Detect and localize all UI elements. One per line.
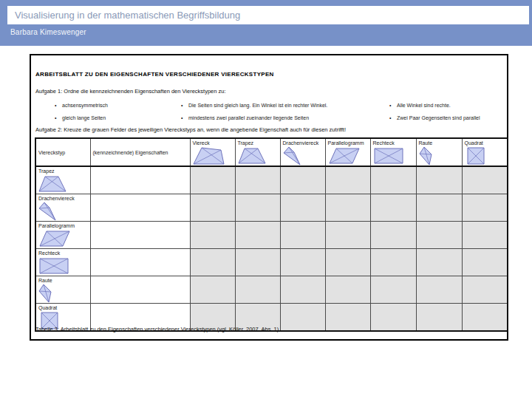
task1-bullet-column-3: •Alle Winkel sind rechte.•Zwei Paar Gege…	[388, 99, 480, 124]
task1-bullet-item: •Alle Winkel sind rechte.	[388, 99, 480, 112]
raute-shape-icon	[419, 146, 451, 166]
check-cell-rechteck-parallelogramm	[325, 249, 370, 276]
check-cell-raute-quadrat	[462, 276, 508, 304]
properties-table: Viereckstyp (kennzeichnende) Eigenschaft…	[35, 137, 508, 332]
bullet-text: gleich lange Seiten	[62, 115, 106, 120]
check-cell-rechteck-trapez	[235, 249, 280, 276]
check-cell-rechteck-viereck	[190, 249, 235, 276]
trapez-shape-icon	[238, 146, 270, 166]
check-cell-drachenviereck-quadrat	[462, 194, 508, 222]
viereck-shape-icon	[193, 146, 225, 166]
check-cell-trapez-raute	[416, 166, 462, 194]
bullet-text: Die Seiten sind gleich lang. Ein Winkel …	[188, 103, 327, 108]
column-header-label: Rechteck	[373, 140, 395, 146]
row-type-label: Drachenviereck	[38, 196, 75, 201]
check-cell-parallelogramm-raute	[416, 222, 462, 249]
bullet-text: achsensymmetrisch	[62, 103, 108, 108]
parallelogramm-shape-icon	[38, 229, 71, 248]
row-type-cell: Raute	[35, 276, 90, 304]
check-cell-trapez-parallelogramm	[325, 166, 370, 194]
row-type-cell: Rechteck	[35, 249, 90, 276]
row-property-cell	[90, 194, 190, 222]
row-type-label: Raute	[38, 278, 52, 283]
page-title: Visualisierung in der mathematischen Beg…	[7, 6, 529, 24]
row-type-cell: Drachenviereck	[35, 194, 90, 222]
bullet-icon: •	[180, 103, 188, 108]
row-type-cell: Trapez	[35, 166, 90, 194]
check-cell-trapez-rechteck	[370, 166, 416, 194]
bullet-icon: •	[53, 103, 62, 108]
check-cell-trapez-drachenviereck	[280, 166, 325, 194]
column-header-rechteck: Rechteck	[370, 138, 416, 166]
check-cell-rechteck-drachenviereck	[280, 249, 325, 276]
task1-bullet-column-2: •Die Seiten sind gleich lang. Ein Winkel…	[180, 99, 327, 124]
column-header-quadrat: Quadrat	[462, 138, 508, 166]
task1-bullet-item: •gleich lange Seiten	[53, 112, 108, 124]
parallelogramm-shape-icon	[328, 146, 361, 166]
bullet-icon: •	[388, 115, 397, 120]
row-type-label: Parallelogramm	[38, 223, 75, 228]
check-cell-parallelogramm-rechteck	[370, 222, 416, 249]
quadrat-shape-icon	[465, 146, 497, 166]
table-row-parallelogramm: Parallelogramm	[35, 222, 508, 249]
check-cell-quadrat-rechteck	[370, 304, 416, 332]
check-cell-quadrat-parallelogramm	[325, 304, 370, 332]
table-caption: Tabelle 3: Arbeitsblatt zu den Eigenscha…	[35, 326, 279, 332]
check-cell-rechteck-raute	[416, 249, 462, 276]
task1-bullet-column-1: •achsensymmetrisch•gleich lange Seiten	[53, 99, 108, 124]
check-cell-trapez-quadrat	[462, 166, 508, 194]
check-cell-drachenviereck-parallelogramm	[325, 194, 370, 222]
column-header-parallelogramm: Parallelogramm	[325, 138, 370, 166]
check-cell-raute-rechteck	[370, 276, 416, 304]
column-header-label: Drachenviereck	[283, 140, 319, 146]
column-header-label: Quadrat	[465, 140, 483, 146]
check-cell-parallelogramm-viereck	[190, 222, 235, 249]
bullet-icon: •	[180, 115, 188, 120]
drachenviereck-shape-icon	[38, 202, 71, 221]
author-name: Barbara Kimeswenger	[10, 28, 86, 36]
check-cell-raute-parallelogramm	[325, 276, 370, 304]
check-cell-quadrat-drachenviereck	[280, 304, 325, 332]
check-cell-trapez-viereck	[190, 166, 235, 194]
row-property-cell	[90, 249, 190, 276]
row-property-cell	[90, 276, 190, 304]
column-header-label: Parallelogramm	[328, 140, 364, 146]
column-header-raute: Raute	[416, 138, 462, 166]
check-cell-raute-raute	[416, 276, 462, 304]
slide: { "page": { "title": "Visualisierung in …	[0, 0, 532, 399]
check-cell-drachenviereck-viereck	[190, 194, 235, 222]
bullet-icon: •	[53, 115, 62, 120]
rechteck-shape-icon	[373, 146, 406, 166]
worksheet-box: ARBEITSBLATT ZU DEN EIGENSCHAFTEN VERSCH…	[30, 54, 508, 341]
check-cell-raute-viereck	[190, 276, 235, 304]
drachenviereck-shape-icon	[283, 146, 316, 166]
slide-title-bar: Visualisierung in der mathematischen Beg…	[7, 6, 529, 24]
row-property-cell	[90, 222, 190, 249]
table-header-row: Viereckstyp (kennzeichnende) Eigenschaft…	[35, 138, 508, 166]
task1-bullet-item: •mindestens zwei parallel zueinander lie…	[180, 112, 327, 124]
table-row-drachenviereck: Drachenviereck	[35, 194, 508, 222]
check-cell-drachenviereck-drachenviereck	[280, 194, 325, 222]
bullet-icon: •	[388, 103, 397, 108]
check-cell-parallelogramm-parallelogramm	[325, 222, 370, 249]
row-type-label: Rechteck	[38, 250, 60, 256]
check-cell-drachenviereck-rechteck	[370, 194, 416, 222]
worksheet-title: ARBEITSBLATT ZU DEN EIGENSCHAFTEN VERSCH…	[35, 71, 274, 78]
task1-bullet-item: •Die Seiten sind gleich lang. Ein Winkel…	[180, 99, 327, 112]
column-header-label: Raute	[419, 140, 433, 146]
task1-bullet-item: •Zwei Paar Gegenseiten sind parallel	[388, 112, 480, 124]
bullet-text: mindestens zwei parallel zueinander lieg…	[188, 115, 309, 120]
column-header-label: Viereck	[193, 140, 210, 146]
check-cell-quadrat-raute	[416, 304, 462, 332]
column-header-viereckstyp: Viereckstyp	[35, 138, 90, 166]
column-header-drachenviereck: Drachenviereck	[280, 138, 325, 166]
column-header-trapez: Trapez	[235, 138, 280, 166]
column-header-viereck: Viereck	[190, 138, 235, 166]
check-cell-raute-drachenviereck	[280, 276, 325, 304]
task1-bullet-item: •achsensymmetrisch	[53, 99, 108, 112]
row-type-label: Trapez	[38, 168, 55, 174]
check-cell-parallelogramm-drachenviereck	[280, 222, 325, 249]
check-cell-rechteck-quadrat	[462, 249, 508, 276]
table-row-raute: Raute	[35, 276, 508, 304]
rechteck-shape-icon	[38, 256, 71, 276]
